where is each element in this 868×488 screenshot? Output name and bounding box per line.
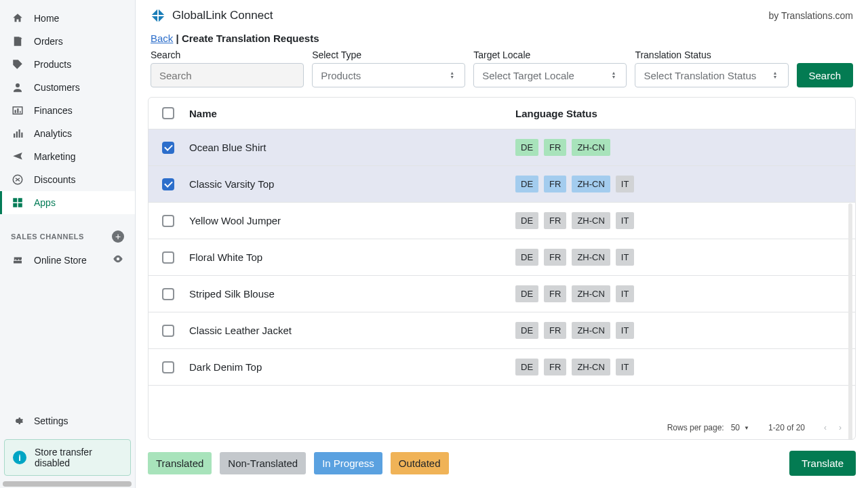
nav-label: Apps [34, 197, 56, 208]
locale-select[interactable]: Select Target Locale▲▼ [473, 63, 627, 87]
locale-label: Target Locale [473, 49, 627, 60]
product-name: Striped Silk Blouse [189, 288, 515, 300]
locale-badge: ZH-CN [572, 212, 610, 229]
products-table: Name Language Status Ocean Blue ShirtDEF… [148, 97, 856, 440]
table-row[interactable]: Classic Leather JacketDEFRZH-CNIT [149, 312, 855, 349]
rows-per-page-select[interactable]: 50▼ [731, 423, 749, 432]
table-row[interactable]: Dark Denim TopDEFRZH-CNIT [149, 349, 855, 386]
search-button[interactable]: Search [797, 63, 854, 87]
nav-icon [11, 81, 24, 94]
row-checkbox[interactable] [162, 178, 174, 190]
locale-badge: FR [544, 322, 566, 339]
type-select[interactable]: Products▲▼ [312, 63, 465, 87]
type-label: Select Type [312, 49, 465, 60]
bottom-bar: Translated Non-Translated In Progress Ou… [148, 440, 856, 476]
table-footer: Rows per page: 50▼ 1-20 of 20 ‹ › [149, 416, 855, 439]
product-name: Floral White Top [189, 251, 515, 263]
sidebar-item-discounts[interactable]: Discounts [0, 168, 135, 191]
svg-rect-9 [13, 198, 17, 202]
locale-badge: DE [515, 139, 538, 156]
breadcrumb: Back | Create Translation Requests [148, 30, 856, 49]
page-range: 1-20 of 20 [768, 423, 805, 432]
product-name: Classic Varsity Top [189, 178, 515, 190]
sales-channels-label: SALES CHANNELS [11, 232, 84, 241]
translate-button[interactable]: Translate [789, 451, 856, 476]
sidebar-item-products[interactable]: Products [0, 53, 135, 76]
product-name: Ocean Blue Shirt [189, 142, 515, 153]
language-status: DEFRZH-CNIT [515, 249, 842, 266]
sidebar-item-customers[interactable]: Customers [0, 76, 135, 99]
view-icon[interactable] [112, 253, 124, 267]
table-scrollbar[interactable] [848, 203, 852, 440]
prev-page-button[interactable]: ‹ [824, 423, 827, 432]
locale-badge: FR [544, 212, 566, 229]
svg-rect-6 [19, 129, 20, 138]
sidebar-item-orders[interactable]: Orders [0, 30, 135, 53]
legend-translated: Translated [148, 452, 212, 474]
sidebar-item-analytics[interactable]: Analytics [0, 122, 135, 145]
nav-label: Finances [34, 105, 73, 116]
row-checkbox[interactable] [162, 215, 174, 227]
search-input[interactable] [151, 63, 304, 87]
product-name: Dark Denim Top [189, 361, 515, 373]
svg-rect-4 [14, 134, 15, 138]
sidebar-item-online-store[interactable]: Online Store [0, 248, 135, 272]
settings-label: Settings [34, 415, 68, 426]
table-row[interactable]: Striped Silk BlouseDEFRZH-CNIT [149, 276, 855, 312]
row-checkbox[interactable] [162, 325, 174, 337]
transfer-banner: i Store transfer disabled [4, 439, 131, 476]
column-header-name[interactable]: Name [189, 108, 515, 119]
nav-icon [11, 127, 24, 140]
locale-badge: ZH-CN [572, 176, 610, 192]
status-legend: Translated Non-Translated In Progress Ou… [148, 452, 449, 474]
nav-label: Marketing [34, 151, 75, 162]
locale-badge: FR [544, 249, 566, 266]
language-status: DEFRZH-CN [515, 139, 842, 156]
locale-badge: DE [515, 359, 538, 375]
locale-badge: FR [544, 285, 566, 302]
table-row[interactable]: Classic Varsity TopDEFRZH-CNIT [149, 166, 855, 203]
table-row[interactable]: Yellow Wool JumperDEFRZH-CNIT [149, 203, 855, 239]
topbar-vendor: by Translations.com [769, 10, 854, 21]
banner-text: Store transfer disabled [35, 447, 122, 468]
nav-icon [11, 150, 24, 163]
table-row[interactable]: Ocean Blue ShirtDEFRZH-CN [149, 129, 855, 166]
sidebar-item-home[interactable]: Home [0, 7, 135, 30]
locale-badge: DE [515, 285, 538, 302]
info-icon: i [13, 451, 26, 464]
table-row[interactable]: Floral White TopDEFRZH-CNIT [149, 239, 855, 276]
status-label: Translation Status [635, 49, 788, 60]
nav-icon [11, 35, 24, 48]
row-checkbox[interactable] [162, 142, 174, 154]
svg-rect-3 [20, 111, 21, 113]
nav-label: Orders [34, 36, 63, 47]
nav-label: Products [34, 59, 71, 70]
svg-rect-5 [16, 131, 18, 138]
horizontal-scrollbar[interactable] [3, 481, 132, 487]
chevron-updown-icon: ▲▼ [450, 71, 456, 79]
sidebar-item-settings[interactable]: Settings [0, 409, 135, 432]
nav-icon [11, 104, 24, 117]
next-page-button[interactable]: › [839, 423, 842, 432]
row-checkbox[interactable] [162, 288, 174, 300]
chevron-updown-icon: ▲▼ [611, 71, 618, 79]
nav-icon [11, 12, 24, 25]
svg-rect-11 [13, 203, 17, 207]
locale-badge: ZH-CN [572, 249, 610, 266]
locale-badge: IT [616, 176, 635, 192]
language-status: DEFRZH-CNIT [515, 176, 842, 192]
sidebar-item-finances[interactable]: Finances [0, 99, 135, 122]
select-all-checkbox[interactable] [162, 107, 174, 119]
sidebar-item-apps[interactable]: Apps [0, 191, 135, 214]
add-channel-icon[interactable]: + [112, 230, 124, 243]
nav-icon [11, 58, 24, 71]
row-checkbox[interactable] [162, 251, 174, 264]
breadcrumb-back-link[interactable]: Back [151, 33, 173, 44]
sidebar-item-marketing[interactable]: Marketing [0, 145, 135, 168]
status-select[interactable]: Select Translation Status▲▼ [635, 63, 788, 87]
locale-badge: DE [515, 322, 538, 339]
column-header-lang[interactable]: Language Status [515, 108, 842, 119]
row-checkbox[interactable] [162, 361, 174, 373]
svg-rect-10 [18, 198, 22, 202]
locale-badge: ZH-CN [572, 322, 610, 339]
